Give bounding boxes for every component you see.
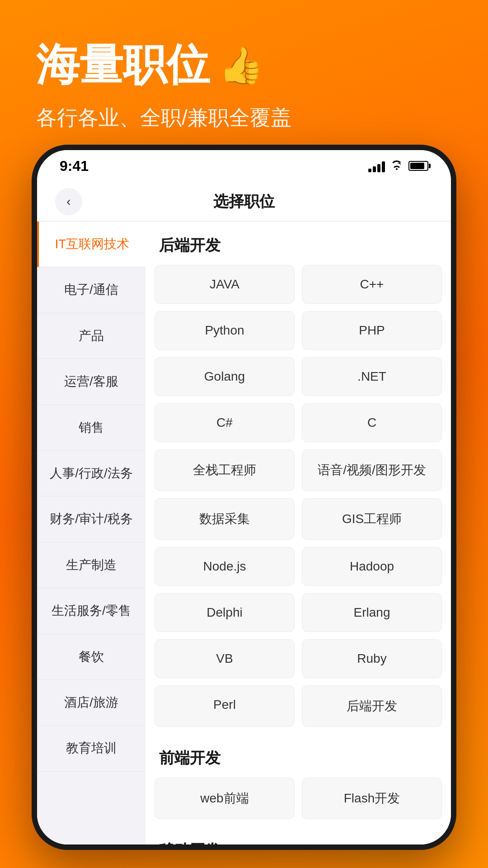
sidebar-item[interactable]: 运营/客服 [37, 359, 145, 405]
sidebar-item[interactable]: 人事/行政/法务 [37, 451, 145, 496]
status-icons [368, 159, 428, 173]
job-item[interactable]: 数据采集 [155, 498, 295, 540]
sidebar-item[interactable]: 教育培训 [37, 726, 145, 771]
job-item[interactable]: web前端 [155, 778, 295, 819]
sidebar-item[interactable]: 销售 [37, 405, 145, 451]
job-item[interactable]: Erlang [302, 593, 442, 632]
job-grid: JAVAC++PythonPHPGolang.NETC#C全栈工程师语音/视频/… [155, 265, 442, 734]
job-item[interactable]: 后端开发 [302, 685, 442, 727]
sidebar-item[interactable]: 生产制造 [37, 542, 145, 588]
sidebar-item[interactable]: 电子/通信 [37, 267, 145, 313]
marketing-subtitle: 各行各业、全职/兼职全覆盖 [36, 104, 452, 132]
content-area: IT互联网技术电子/通信产品运营/客服销售人事/行政/法务财务/审计/税务生产制… [37, 222, 451, 850]
job-item[interactable]: Golang [155, 357, 295, 396]
job-item[interactable]: C++ [302, 265, 442, 304]
job-item[interactable]: Hadoop [302, 547, 442, 586]
section-title: 移动开发 [155, 826, 442, 850]
sidebar-item[interactable]: 餐饮 [37, 634, 145, 680]
section-title: 前端开发 [155, 734, 442, 778]
back-button[interactable]: ‹ [55, 188, 82, 215]
thumb-icon: 👍 [219, 44, 264, 87]
job-item[interactable]: Flash开发 [302, 778, 442, 819]
phone-mockup: 9:41 ‹ 选择职位 IT互联网技术电子/通信产品运营/客服销售人事/行政/法… [32, 145, 456, 850]
job-item[interactable]: Perl [155, 685, 295, 727]
sidebar-item[interactable]: 酒店/旅游 [37, 680, 145, 726]
job-item[interactable]: JAVA [155, 265, 295, 304]
sidebar-item[interactable]: 生活服务/零售 [37, 588, 145, 634]
job-item[interactable]: 全栈工程师 [155, 449, 295, 491]
wifi-icon [390, 159, 403, 173]
sidebar: IT互联网技术电子/通信产品运营/客服销售人事/行政/法务财务/审计/税务生产制… [37, 222, 145, 850]
sidebar-item[interactable]: 财务/审计/税务 [37, 496, 145, 542]
sidebar-item[interactable]: IT互联网技术 [37, 222, 145, 267]
job-item[interactable]: Delphi [155, 593, 295, 632]
job-item[interactable]: .NET [302, 357, 442, 396]
section-title: 后端开发 [155, 222, 442, 265]
job-item[interactable]: VB [155, 639, 295, 678]
job-grid: web前端Flash开发 [155, 778, 442, 826]
nav-bar: ‹ 选择职位 [37, 182, 451, 222]
battery-icon [408, 161, 428, 171]
job-item[interactable]: GIS工程师 [302, 498, 442, 540]
signal-icon [368, 160, 385, 172]
job-item[interactable]: Node.js [155, 547, 295, 586]
job-item[interactable]: Ruby [302, 639, 442, 678]
marketing-header: 海量职位 👍 各行各业、全职/兼职全覆盖 [0, 0, 488, 150]
job-list: 后端开发JAVAC++PythonPHPGolang.NETC#C全栈工程师语音… [145, 222, 451, 850]
status-bar: 9:41 [37, 150, 451, 182]
job-item[interactable]: PHP [302, 311, 442, 350]
job-item[interactable]: Python [155, 311, 295, 350]
page-title: 选择职位 [213, 191, 275, 212]
marketing-title-text: 海量职位 [36, 36, 210, 95]
job-item[interactable]: C# [155, 403, 295, 442]
job-item[interactable]: 语音/视频/图形开发 [302, 449, 442, 491]
sidebar-item[interactable]: 产品 [37, 313, 145, 359]
status-time: 9:41 [60, 158, 89, 175]
marketing-title: 海量职位 👍 [36, 36, 452, 95]
job-item[interactable]: C [302, 403, 442, 442]
back-chevron-icon: ‹ [66, 195, 70, 208]
